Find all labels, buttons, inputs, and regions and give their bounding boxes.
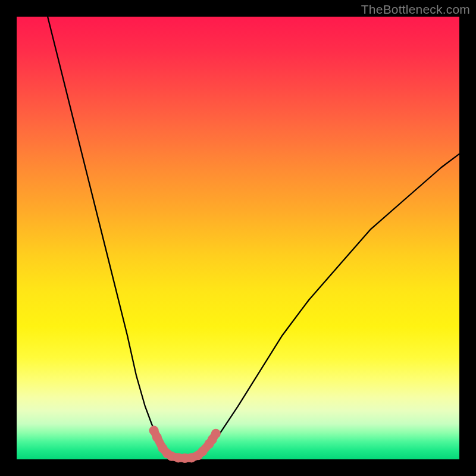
- curve-path: [48, 17, 459, 459]
- watermark-text: TheBottleneck.com: [361, 2, 470, 17]
- highlight-dot: [198, 447, 208, 456]
- chart-frame: TheBottleneck.com: [0, 0, 476, 476]
- highlight-markers: [149, 426, 221, 464]
- plot-area: [17, 17, 459, 459]
- highlight-dot: [152, 433, 162, 442]
- chart-svg: [17, 17, 459, 459]
- highlight-dot: [211, 429, 221, 439]
- bottleneck-curve: [48, 17, 459, 459]
